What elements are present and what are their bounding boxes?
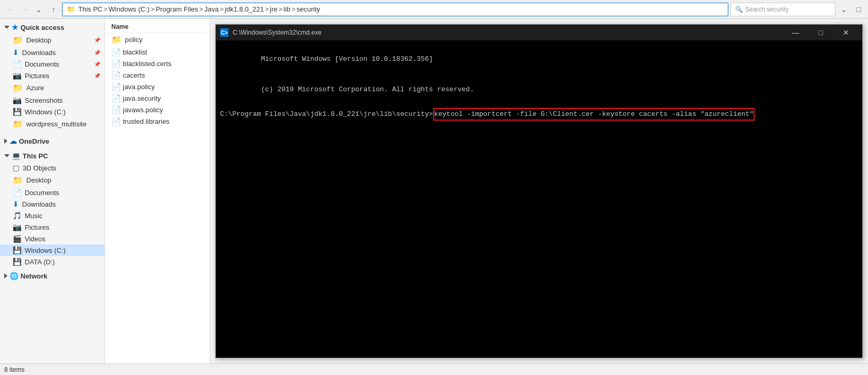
sidebar-item-desktop[interactable]: 📁 Desktop 📌	[0, 34, 104, 47]
search-icon: 🔍	[735, 6, 743, 13]
sidebar-item-data-d[interactable]: 💾 DATA (D:)	[0, 256, 104, 267]
file-item-policy[interactable]: 📁 policy	[105, 33, 210, 46]
sidebar-item-azure-label: Azure	[26, 84, 44, 92]
sidebar-item-videos[interactable]: 🎬 Videos	[0, 233, 104, 244]
sidebar-item-downloads-pc-label: Downloads	[22, 200, 56, 208]
cacerts-icon: 📄	[111, 71, 120, 79]
back-button[interactable]: ←	[3, 3, 16, 16]
sidebar-item-music[interactable]: 🎵 Music	[0, 210, 104, 221]
pictures-pc-icon: 📷	[13, 223, 22, 231]
view-options-button[interactable]: ⌄	[838, 3, 850, 16]
sidebar-item-downloads-label: Downloads	[22, 49, 56, 57]
status-items-count: 8 items	[4, 366, 25, 373]
azure-folder-icon: 📁	[13, 83, 23, 93]
quick-access-icon: ★	[12, 23, 18, 31]
sidebar-item-desktop-pc[interactable]: 📁 Desktop	[0, 174, 104, 187]
address-part-programfiles: Program Files	[155, 5, 198, 13]
sidebar-item-documents-label: Documents	[25, 60, 59, 68]
sidebar-item-downloads[interactable]: ⬇ Downloads 📌	[0, 47, 104, 58]
file-item-blacklist[interactable]: 📄 blacklist	[105, 46, 210, 58]
sidebar-item-screenshots-label: Screenshots	[25, 97, 62, 104]
windows-drive-icon-quick: 💾	[13, 108, 22, 116]
sidebar-item-videos-label: Videos	[25, 235, 46, 243]
file-item-java-security-label: java.security	[123, 94, 161, 102]
sidebar-item-pictures-pc[interactable]: 📷 Pictures	[0, 221, 104, 233]
sidebar-item-pictures[interactable]: 📷 Pictures 📌	[0, 70, 104, 81]
file-item-cacerts-label: cacerts	[123, 71, 145, 79]
file-item-trusted-libraries[interactable]: 📄 trusted.libraries	[105, 115, 210, 127]
cmd-container: C> C:\Windows\System32\cmd.exe — □ ✕ Mic…	[210, 19, 868, 363]
sidebar-item-windows-c[interactable]: 💾 Windows (C:)	[0, 244, 104, 256]
3dobjects-icon: ▢	[13, 164, 19, 172]
cmd-maximize-button[interactable]: □	[809, 26, 833, 39]
sidebar-section-quick-access[interactable]: ★ Quick access	[0, 21, 104, 34]
main-area: ★ Quick access 📁 Desktop 📌 ⬇ Downloads 📌…	[0, 19, 868, 363]
this-pc-label: This PC	[23, 152, 48, 160]
file-item-java-security[interactable]: 📄 java.security	[105, 92, 210, 104]
onedrive-label: OneDrive	[19, 137, 49, 145]
quick-access-label: Quick access	[20, 24, 64, 31]
sidebar-item-windows-c-label: Windows (C:)	[25, 247, 66, 254]
cmd-body[interactable]: Microsoft Windows [Version 10.0.18362.35…	[216, 40, 862, 358]
sidebar-section-onedrive[interactable]: ☁ OneDrive	[0, 135, 104, 147]
network-icon: 🌐	[9, 272, 18, 280]
sidebar-item-3dobjects[interactable]: ▢ 3D Objects	[0, 162, 104, 174]
up-button[interactable]: ↑	[47, 3, 60, 16]
sidebar-item-screenshots[interactable]: 📷 Screenshots	[0, 94, 104, 106]
maximize-window-button[interactable]: □	[852, 3, 865, 16]
onedrive-icon: ☁	[9, 137, 17, 145]
file-item-blacklisted-certs-label: blacklisted.certs	[123, 60, 171, 68]
file-item-cacerts[interactable]: 📄 cacerts	[105, 69, 210, 81]
sidebar-item-pictures-label: Pictures	[25, 72, 49, 80]
search-bar[interactable]: 🔍 Search security	[730, 3, 835, 16]
sidebar-item-wordpress[interactable]: 📁 wordpress_multisite	[0, 117, 104, 131]
pictures-icon: 📷	[13, 71, 22, 80]
sidebar-section-this-pc[interactable]: 💻 This PC	[0, 149, 104, 162]
address-part-jre: jre	[270, 5, 277, 13]
documents-icon: 📄	[13, 60, 22, 68]
blacklist-file-icon: 📄	[111, 48, 120, 56]
forward-button[interactable]: →	[18, 3, 30, 16]
desktop-pc-folder-icon: 📁	[13, 175, 23, 185]
pictures-pin-icon: 📌	[94, 73, 100, 79]
file-item-java-policy[interactable]: 📄 java.policy	[105, 81, 210, 92]
this-pc-chevron	[4, 154, 9, 157]
quick-access-chevron	[4, 26, 9, 29]
sidebar-item-documents[interactable]: 📄 Documents 📌	[0, 58, 104, 70]
cmd-window: C> C:\Windows\System32\cmd.exe — □ ✕ Mic…	[215, 24, 863, 358]
cmd-command-text: keytool -importcert -file G:\Client.cer …	[433, 108, 755, 121]
policy-folder-icon: 📁	[111, 35, 122, 45]
desktop-pin-icon: 📌	[94, 37, 100, 43]
sidebar-item-downloads-pc[interactable]: ⬇ Downloads	[0, 198, 104, 210]
videos-icon: 🎬	[13, 234, 22, 243]
music-icon: 🎵	[13, 211, 22, 220]
downloads-icon: ⬇	[13, 48, 19, 57]
sidebar-item-data-d-label: DATA (D:)	[25, 258, 55, 266]
data-d-drive-icon: 💾	[13, 258, 22, 266]
sidebar-section-network[interactable]: 🌐 Network	[0, 270, 104, 282]
dropdown-button[interactable]: ⌄	[33, 3, 45, 16]
cmd-minimize-button[interactable]: —	[783, 26, 808, 39]
sidebar-item-windows-c-quick-label: Windows (C:)	[25, 108, 66, 116]
file-item-javaws-policy[interactable]: 📄 javaws.policy	[105, 104, 210, 115]
downloads-pin-icon: 📌	[94, 50, 100, 56]
sidebar-item-documents-pc[interactable]: 📄 Documents	[0, 187, 104, 198]
sidebar: ★ Quick access 📁 Desktop 📌 ⬇ Downloads 📌…	[0, 19, 105, 363]
sidebar-item-documents-pc-label: Documents	[25, 189, 59, 197]
explorer-toolbar: ← → ⌄ ↑ 📁 This PC > Windows (C:) > Progr…	[0, 0, 868, 19]
cmd-line-1: Microsoft Windows [Version 10.0.18362.35…	[220, 44, 858, 74]
documents-pin-icon: 📌	[94, 61, 100, 67]
cmd-close-button[interactable]: ✕	[834, 26, 858, 39]
address-part-jdk: jdk1.8.0_221	[225, 5, 264, 13]
sidebar-item-azure[interactable]: 📁 Azure	[0, 81, 104, 94]
status-bar: 8 items	[0, 363, 868, 375]
sidebar-item-windows-c-quick[interactable]: 💾 Windows (C:)	[0, 106, 104, 117]
file-item-blacklisted-certs[interactable]: 📄 blacklisted.certs	[105, 58, 210, 69]
address-part-thispc: This PC	[78, 5, 102, 13]
this-pc-icon: 💻	[12, 152, 20, 160]
wordpress-folder-icon: 📁	[13, 119, 23, 129]
address-folder-icon: 📁	[67, 5, 75, 13]
file-list-name-column: Name	[111, 23, 129, 30]
search-placeholder: Search security	[745, 6, 789, 13]
address-bar[interactable]: 📁 This PC > Windows (C:) > Program Files…	[62, 3, 728, 16]
